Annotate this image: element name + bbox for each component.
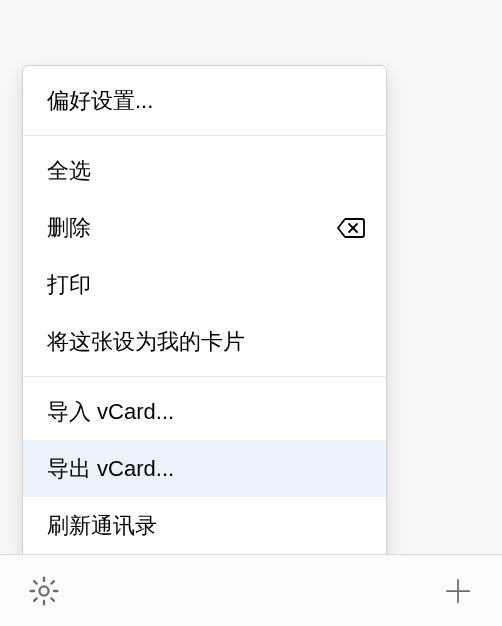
backspace-icon bbox=[336, 217, 366, 239]
settings-popup: 偏好设置... 全选 删除 打印 将这张设为我的卡片 导入 vCard... bbox=[22, 65, 387, 561]
menu-section-2: 导入 vCard... 导出 vCard... 刷新通讯录 bbox=[23, 376, 386, 560]
plus-icon bbox=[443, 576, 473, 606]
menu-item-label: 删除 bbox=[47, 211, 336, 244]
menu-import-vcard[interactable]: 导入 vCard... bbox=[23, 383, 386, 440]
menu-preferences[interactable]: 偏好设置... bbox=[23, 72, 386, 129]
menu-item-label: 导出 vCard... bbox=[47, 452, 366, 485]
menu-export-vcard[interactable]: 导出 vCard... bbox=[23, 440, 386, 497]
settings-button[interactable] bbox=[24, 571, 64, 611]
add-button[interactable] bbox=[438, 571, 478, 611]
menu-item-label: 打印 bbox=[47, 268, 366, 301]
menu-item-label: 刷新通讯录 bbox=[47, 509, 366, 542]
menu-set-my-card[interactable]: 将这张设为我的卡片 bbox=[23, 313, 386, 370]
menu-section-0: 偏好设置... bbox=[23, 66, 386, 135]
menu-item-label: 导入 vCard... bbox=[47, 395, 366, 428]
menu-select-all[interactable]: 全选 bbox=[23, 142, 386, 199]
bottom-toolbar bbox=[0, 554, 502, 626]
menu-item-label: 偏好设置... bbox=[47, 84, 366, 117]
menu-item-label: 全选 bbox=[47, 154, 366, 187]
menu-delete[interactable]: 删除 bbox=[23, 199, 386, 256]
menu-section-1: 全选 删除 打印 将这张设为我的卡片 bbox=[23, 135, 386, 376]
svg-point-2 bbox=[39, 586, 48, 595]
menu-print[interactable]: 打印 bbox=[23, 256, 386, 313]
menu-refresh-contacts[interactable]: 刷新通讯录 bbox=[23, 497, 386, 554]
gear-icon bbox=[27, 574, 61, 608]
menu-item-label: 将这张设为我的卡片 bbox=[47, 325, 366, 358]
